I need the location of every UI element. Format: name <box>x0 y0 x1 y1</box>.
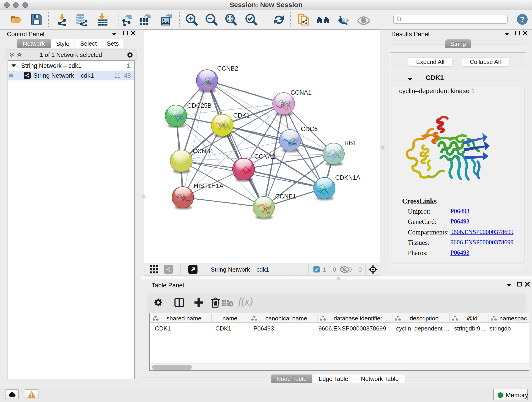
svg-text:CDKN1A: CDKN1A <box>335 174 360 181</box>
svg-text:CDK1: CDK1 <box>233 112 250 119</box>
svg-text:CCNA2: CCNA2 <box>254 153 275 160</box>
svg-text:CDC25B: CDC25B <box>187 102 212 109</box>
svg-text:CDC6: CDC6 <box>301 126 318 133</box>
svg-text:HIST1H1A: HIST1H1A <box>194 182 223 189</box>
svg-text:CCNE1: CCNE1 <box>275 193 296 200</box>
svg-text:RB1: RB1 <box>344 140 356 147</box>
svg-text:CCNB1: CCNB1 <box>193 148 214 154</box>
svg-text:CCNB2: CCNB2 <box>217 65 238 72</box>
svg-text:CCNA1: CCNA1 <box>291 89 312 96</box>
